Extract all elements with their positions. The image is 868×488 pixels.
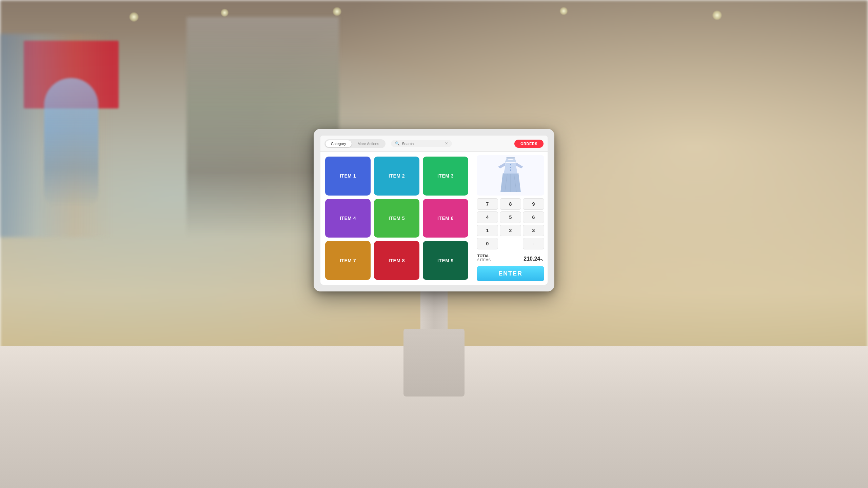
svg-rect-6 [510,169,511,171]
svg-rect-4 [510,164,511,165]
tab-group: Category More Actions [324,139,386,148]
monitor-stand [403,329,465,396]
svg-rect-0 [506,157,515,159]
ceiling-light-4 [559,7,568,15]
search-box: 🔍 ✕ [391,140,452,147]
total-amount: 210.24-. [524,256,544,262]
numpad-0[interactable]: 0 [477,238,498,249]
svg-rect-5 [510,167,511,168]
item-button-5[interactable]: ITEM 5 [374,199,419,238]
numpad: 7 8 9 4 5 6 1 2 3 0 - [477,198,544,249]
ceiling-light-3 [332,7,342,16]
numpad-3[interactable]: 3 [523,225,544,236]
total-label: TOTAL [477,253,491,258]
numpad-7[interactable]: 7 [477,198,498,210]
item-button-4[interactable]: ITEM 4 [325,199,371,238]
total-section: TOTAL 6 ITEMS 210.24-. [477,252,544,263]
numpad-6[interactable]: 6 [523,211,544,223]
tab-category[interactable]: Category [326,140,352,147]
numpad-8[interactable]: 8 [500,198,521,210]
item-button-1[interactable]: ITEM 1 [325,157,371,196]
ceiling-light-1 [129,12,139,22]
search-icon: 🔍 [395,141,400,146]
monitor: Category More Actions 🔍 ✕ ORDERS ITEM 1 … [314,129,554,291]
numpad-9[interactable]: 9 [523,198,544,210]
monitor-screen: Category More Actions 🔍 ✕ ORDERS ITEM 1 … [320,136,548,285]
right-panel: 7 8 9 4 5 6 1 2 3 0 - TOTAL [473,152,548,285]
item-button-2[interactable]: ITEM 2 [374,157,419,196]
enter-button[interactable]: ENTER [477,266,544,281]
total-items-count: 6 ITEMS [477,258,491,262]
ceiling-light-5 [712,10,722,20]
numpad-5[interactable]: 5 [500,211,521,223]
top-bar: Category More Actions 🔍 ✕ ORDERS [320,136,548,152]
numpad-1[interactable]: 1 [477,225,498,236]
numpad-2[interactable]: 2 [500,225,521,236]
search-clear-icon[interactable]: ✕ [445,141,448,146]
ceiling-light-2 [220,8,229,17]
items-grid: ITEM 1 ITEM 2 ITEM 3 ITEM 4 ITEM 5 ITEM … [320,152,473,285]
product-image-area [477,155,544,196]
search-input[interactable] [402,142,443,146]
item-button-7[interactable]: ITEM 7 [325,241,371,280]
item-button-9[interactable]: ITEM 9 [423,241,468,280]
mannequin-left [44,78,98,207]
numpad-dot[interactable]: - [523,238,544,249]
orders-button[interactable]: ORDERS [514,140,544,148]
main-content: ITEM 1 ITEM 2 ITEM 3 ITEM 4 ITEM 5 ITEM … [320,152,548,285]
product-image [495,157,526,194]
tab-more-actions[interactable]: More Actions [352,140,385,147]
item-button-8[interactable]: ITEM 8 [374,241,419,280]
item-button-6[interactable]: ITEM 6 [423,199,468,238]
total-label-group: TOTAL 6 ITEMS [477,253,491,262]
item-button-3[interactable]: ITEM 3 [423,157,468,196]
numpad-4[interactable]: 4 [477,211,498,223]
